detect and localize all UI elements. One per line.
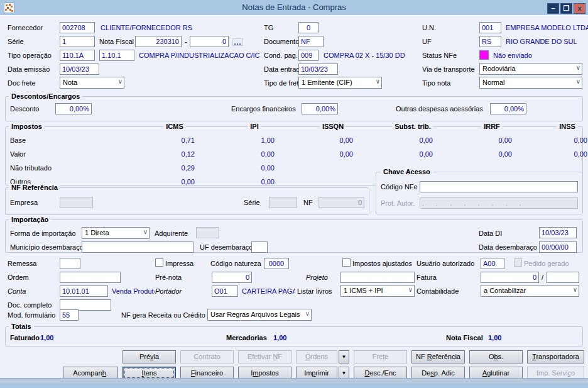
ordem-input[interactable] (60, 272, 121, 283)
tipo-operacao-desc: COMPRA P/INDUSTRIALIZACAO C/IC (139, 52, 262, 59)
codigo-natureza-input[interactable]: 0000 (264, 258, 289, 269)
impostos-cell: 0,71 (182, 136, 195, 144)
outras-despesas-input[interactable]: 0,00% (490, 103, 526, 114)
more-button[interactable]: ... (232, 38, 243, 46)
codigo-natureza-label: Código natureza (210, 260, 261, 267)
tipo-operacao-label: Tipo operação (8, 52, 52, 59)
doc-completo-label: Doc. completo (8, 301, 52, 309)
impostos-cell: 0,00 (499, 136, 512, 144)
mod-formulario-input[interactable]: 55 (60, 309, 79, 321)
tipo-operacao-input[interactable]: 110.1A (60, 50, 95, 61)
nota-fiscal-input-2[interactable]: 0 (190, 36, 229, 47)
uf-desembaraco-input[interactable] (251, 241, 268, 253)
fornecedor-label: Fornecedor (8, 24, 43, 31)
prot-autor-input: . . . . . . . . (420, 197, 578, 209)
impostos-column-header: ISSQN (320, 123, 346, 130)
impostos-column-header: INSS (557, 123, 578, 130)
chevron-down-icon: ∨ (118, 78, 122, 85)
tg-label: TG (264, 24, 273, 31)
codigo-nfe-input[interactable] (420, 181, 578, 192)
portador-desc: CARTEIRA PAGAMI (242, 287, 295, 295)
fatura-input[interactable]: 0 (481, 272, 539, 283)
mod-formulario-label: Mod. formulário (8, 311, 55, 319)
impostos-cell: 0,00 (182, 178, 195, 186)
doc-frete-select[interactable]: Nota∨ (60, 77, 124, 89)
impressa-checkbox[interactable] (155, 258, 163, 267)
data-desembaraco-label: Data desembaraço (479, 243, 537, 251)
nf-gera-select[interactable]: Usar Regras Arquivos Legais∨ (207, 309, 312, 321)
listar-livros-select[interactable]: 1 ICMS + IPI∨ (340, 285, 415, 297)
obs-button[interactable]: Obs. (469, 350, 523, 363)
titlebar: Notas de Entrada - Compras – ❐ x (0, 0, 588, 15)
nota-fiscal-sep: - (185, 38, 187, 45)
documento-input[interactable]: NF (298, 36, 324, 47)
nota-fiscal-total-label: Nota Fiscal (446, 334, 483, 341)
data-di-label: Data DI (479, 230, 502, 237)
nf-ref-nf-label: NF (303, 199, 313, 206)
data-emissao-label: Data emissão (8, 65, 50, 73)
cond-pag-input[interactable]: 009 (298, 50, 318, 61)
contabilidade-select[interactable]: a Contabilizar∨ (481, 285, 579, 297)
nota-fiscal-input[interactable]: 230310 (135, 36, 182, 47)
impostos-row-label: Base (10, 136, 26, 144)
maximize-icon[interactable]: ❐ (560, 3, 572, 14)
municipio-desembaraco-input[interactable] (82, 241, 193, 253)
data-emissao-input[interactable]: 10/03/23 (60, 64, 99, 75)
fatura-input-2[interactable] (547, 272, 579, 283)
uf-desc: RIO GRANDE DO SUL (506, 38, 577, 45)
pre-nota-input[interactable]: 0 (212, 272, 252, 283)
impostos-column-header: IRRF (481, 123, 503, 130)
importacao-group-title: Importação (9, 216, 51, 223)
faturado-value: 1,00 (40, 334, 53, 341)
tipo-frete-select[interactable]: 1 Emitente (CIF)∨ (298, 77, 382, 89)
prot-autor-label: Prot. Autor. (381, 199, 415, 207)
usuario-autorizado-input[interactable]: A00 (481, 258, 504, 269)
status-nfe-label: Status NFe (422, 52, 457, 59)
remessa-input[interactable] (60, 258, 80, 269)
nf-refer-ncia-button[interactable]: NF Referência (411, 350, 465, 363)
tg-input[interactable]: 0 (298, 22, 318, 33)
close-icon[interactable]: x (574, 3, 585, 14)
cond-pag-desc: COMPRA 02 X - 15/30 DD (324, 52, 405, 59)
tipo-nota-select[interactable]: Normal∨ (479, 77, 582, 89)
data-di-input[interactable]: 10/03/23 (539, 227, 577, 238)
forma-importacao-select[interactable]: 1 Direta∨ (82, 227, 150, 239)
serie-input[interactable]: 1 (60, 36, 95, 47)
ordens-split-arrow-icon[interactable]: ▼ (339, 350, 349, 363)
ordem-label: Ordem (8, 274, 29, 281)
fornecedor-input[interactable]: 002708 (60, 22, 95, 33)
descontos-group-title: Descontos/Encargos (9, 92, 82, 100)
impostos-cell: 0,00 (261, 150, 275, 158)
minimize-icon[interactable]: – (547, 3, 559, 14)
desconto-label: Desconto (10, 105, 39, 113)
data-desembaraco-input[interactable]: 00/00/00 (539, 241, 577, 253)
projeto-input[interactable] (340, 272, 415, 283)
conta-input[interactable]: 10.01.01 (60, 285, 108, 297)
impostos-ajustados-label: Impostos ajustados (352, 260, 412, 267)
via-transporte-select[interactable]: Rodoviária∨ (479, 63, 582, 75)
uf-input[interactable]: RS (479, 36, 501, 47)
impostos-cell: 0,29 (182, 164, 195, 172)
conta-desc: Venda Produtc (112, 287, 155, 295)
nota-fiscal-label: Nota Fiscal (99, 38, 134, 45)
data-entrada-input[interactable]: 10/03/23 (298, 64, 338, 75)
encargos-label: Encargos financeiros (231, 105, 296, 113)
impostos-group-title: Impostos (9, 123, 45, 130)
impostos-cell: 0,00 (420, 150, 433, 158)
nf-ref-empresa-label: Empresa (10, 199, 38, 206)
impostos-cell: 0,00 (574, 150, 587, 158)
un-desc: EMPRESA MODELO LTDA (506, 24, 588, 31)
chevron-down-icon: ∨ (576, 64, 580, 71)
pedido-gerado-checkbox (514, 258, 522, 267)
fornecedor-desc: CLIENTE/FORNECEDOR RS (101, 24, 192, 31)
pr-via-button[interactable]: Prévia (122, 350, 176, 363)
transportadora-button[interactable]: Transportadora (527, 350, 584, 363)
tipo-operacao-input-2[interactable]: 1.10.1 (99, 50, 134, 61)
un-input[interactable]: 001 (479, 22, 501, 33)
outras-despesas-label: Outras despesas acessórias (396, 105, 483, 113)
portador-input[interactable]: O01 (212, 285, 238, 297)
desconto-input[interactable]: 0,00% (55, 103, 92, 114)
impostos-ajustados-checkbox[interactable] (342, 258, 351, 267)
remessa-label: Remessa (8, 260, 36, 267)
encargos-input[interactable]: 0,00% (302, 103, 338, 114)
